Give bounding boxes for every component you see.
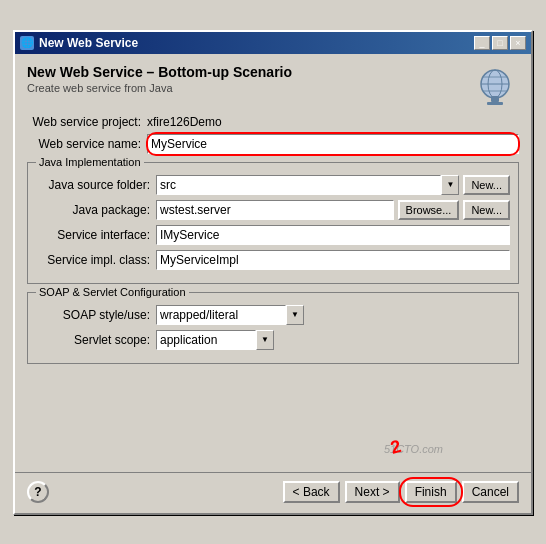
ws-name-row: Web service name:	[27, 134, 519, 154]
finish-button[interactable]: Finish	[405, 481, 457, 503]
java-package-label: Java package:	[36, 203, 156, 217]
svg-rect-5	[491, 96, 499, 102]
java-package-input[interactable]	[156, 200, 394, 220]
browse-button[interactable]: Browse...	[398, 200, 460, 220]
servlet-scope-select-wrap: ▼	[156, 330, 274, 350]
service-interface-input[interactable]	[156, 225, 510, 245]
ws-name-input-wrap	[147, 134, 519, 154]
web-service-icon	[471, 64, 519, 112]
java-package-row: Java package: Browse... New...	[36, 200, 510, 220]
soap-config-label: SOAP & Servlet Configuration	[36, 286, 189, 298]
soap-style-row: SOAP style/use: ▼	[36, 305, 510, 325]
soap-style-input[interactable]	[156, 305, 286, 325]
source-folder-row: Java source folder: ▼ New...	[36, 175, 510, 195]
service-impl-input[interactable]	[156, 250, 510, 270]
cancel-button[interactable]: Cancel	[462, 481, 519, 503]
new-pkg-button[interactable]: New...	[463, 200, 510, 220]
servlet-scope-input[interactable]	[156, 330, 256, 350]
servlet-scope-row: Servlet scope: ▼	[36, 330, 510, 350]
source-folder-input-area: ▼ New...	[156, 175, 510, 195]
header-icon-area	[471, 64, 519, 115]
svg-rect-6	[487, 102, 503, 105]
title-bar-left: 🌐 New Web Service	[20, 36, 138, 50]
page-subtitle: Create web service from Java	[27, 82, 292, 94]
footer: ? < Back Next > Finish Cancel	[15, 472, 531, 513]
source-folder-input[interactable]	[156, 175, 441, 195]
service-impl-label: Service impl. class:	[36, 253, 156, 267]
ws-project-label: Web service project:	[27, 115, 147, 129]
close-button[interactable]: ×	[510, 36, 526, 50]
ws-project-row: Web service project: xfire126Demo	[27, 115, 519, 129]
window-icon: 🌐	[20, 36, 34, 50]
servlet-scope-label: Servlet scope:	[36, 333, 156, 347]
soap-style-label: SOAP style/use:	[36, 308, 156, 322]
title-buttons: _ □ ×	[474, 36, 526, 50]
java-impl-group: Java Implementation Java source folder: …	[27, 162, 519, 284]
ws-name-label: Web service name:	[27, 137, 147, 151]
minimize-button[interactable]: _	[474, 36, 490, 50]
ws-project-value: xfire126Demo	[147, 115, 222, 129]
footer-left: ?	[27, 481, 49, 503]
next-button[interactable]: Next >	[345, 481, 400, 503]
dialog-content: New Web Service – Bottom-up Scenario Cre…	[15, 54, 531, 462]
ws-name-input[interactable]	[147, 134, 519, 154]
soap-config-group: SOAP & Servlet Configuration SOAP style/…	[27, 292, 519, 364]
finish-btn-wrap: Finish	[405, 481, 457, 503]
java-package-input-area: Browse... New...	[156, 200, 510, 220]
header-area: New Web Service – Bottom-up Scenario Cre…	[27, 64, 519, 115]
footer-right: < Back Next > Finish Cancel	[283, 481, 519, 503]
maximize-button[interactable]: □	[492, 36, 508, 50]
soap-style-select-wrap: ▼	[156, 305, 304, 325]
window-title: New Web Service	[39, 36, 138, 50]
service-interface-row: Service interface:	[36, 225, 510, 245]
back-button[interactable]: < Back	[283, 481, 340, 503]
header-text: New Web Service – Bottom-up Scenario Cre…	[27, 64, 292, 106]
help-button[interactable]: ?	[27, 481, 49, 503]
new-folder-button[interactable]: New...	[463, 175, 510, 195]
page-title: New Web Service – Bottom-up Scenario	[27, 64, 292, 80]
soap-style-dropdown[interactable]: ▼	[286, 305, 304, 325]
java-impl-label: Java Implementation	[36, 156, 144, 168]
service-impl-row: Service impl. class:	[36, 250, 510, 270]
servlet-scope-dropdown[interactable]: ▼	[256, 330, 274, 350]
source-folder-label: Java source folder:	[36, 178, 156, 192]
main-window: 🌐 New Web Service _ □ × New Web Service …	[13, 30, 533, 515]
source-folder-dropdown[interactable]: ▼	[441, 175, 459, 195]
spacer	[27, 372, 519, 452]
service-interface-label: Service interface:	[36, 228, 156, 242]
title-bar: 🌐 New Web Service _ □ ×	[15, 32, 531, 54]
